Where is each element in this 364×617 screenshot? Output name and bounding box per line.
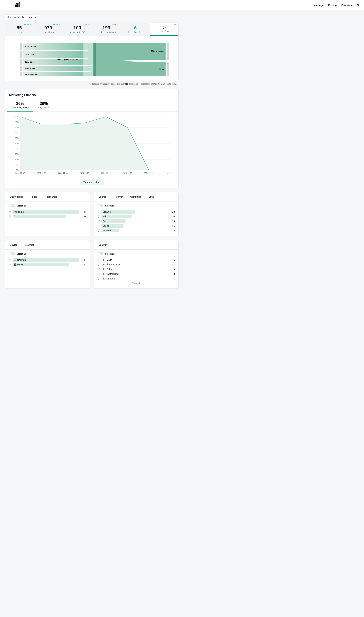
entry-row[interactable]: /welcome47 [9,210,86,214]
svg-text:demo.voidanalytics.com: demo.voidanalytics.com [57,58,78,60]
svg-text:25%: 25% [15,142,19,144]
device-tab-browser[interactable]: Browser [21,240,38,249]
metric-tab-bounce-rate-[interactable]: 0.0% —100bounce rate (%) [63,22,91,36]
svg-text:24%: Paid: 24%: Paid [25,53,34,56]
country-row[interactable]: Åland Islands4 [97,262,175,267]
nav-blog[interactable]: Bl [356,4,359,7]
source-tab-referrer[interactable]: Referrer [110,192,126,201]
funnels-title: Marketing Funnels [5,89,178,100]
funnel-tabs: 36%Customer journey39%Registration [5,100,178,112]
source-row[interactable]: Paid20 [97,214,175,219]
source-row[interactable]: Social15 [97,223,175,228]
device-row[interactable]: Mobile39 [9,262,86,267]
source-tab-campaign[interactable]: Campaign [127,192,145,201]
entry-tab-hostnames[interactable]: Hostnames [41,192,61,201]
row-value: 47 [81,210,86,213]
source-row[interactable]: Organic22 [97,210,175,214]
device-tab-device[interactable]: Device [6,240,21,249]
funnel-tab-pct: 39% [38,101,50,106]
svg-rect-58 [14,259,16,261]
svg-rect-19 [20,72,22,76]
source-tab-source[interactable]: Source [95,192,110,201]
row-value: 38 [81,215,86,218]
mobile-icon [14,263,16,266]
metric-tab-user-flow[interactable]: newuser flow [150,22,179,36]
metric-tab-live-visitors-feed[interactable]: 6live visitors feed [121,22,150,36]
row-value: 12 [170,229,175,232]
metric-value: 6 [123,25,148,31]
svg-text:45%: 45% [15,121,19,123]
metric-tab-sessions[interactable]: 44.1% 85sessions [5,22,33,36]
chevron-down-icon [35,17,36,18]
metric-label: sessions [7,31,32,33]
country-row[interactable]: Switzerland3 [97,272,175,276]
country-row[interactable]: Belarus3 [97,267,175,272]
metric-label: live visitors feed [123,31,148,33]
svg-rect-2 [17,4,18,7]
view-steps-button[interactable]: View steps chart [80,179,104,185]
svg-text:2024-11-13: 2024-11-13 [144,172,153,174]
metric-tab-session-duration-s-[interactable]: -9.9% 193session duration (s) [92,22,120,36]
nav-homepage[interactable]: Homepage [311,4,324,7]
metric-value: 85 [7,25,32,31]
metric-change: 44.1% [24,24,32,26]
source-row[interactable]: Direct16 [97,219,175,223]
funnel-tab-name: Registration [38,106,50,109]
country-tab-country[interactable]: Country [95,240,111,249]
row-label: Referral [103,229,111,232]
metric-tab-page-views[interactable]: 46.3% 979page views [34,22,62,36]
logo[interactable] [15,2,20,8]
row-value: 4 [170,263,175,266]
country-card: Country Select all Malta6Åland Islands4B… [94,240,179,289]
metric-change: -9.9% [111,24,119,26]
nav-pricing[interactable]: Pricing [328,4,337,7]
entry-tab-pages[interactable]: Pages [27,192,41,201]
country-row[interactable]: Gibraltar3 [97,276,175,281]
svg-text:0%: 0% [16,169,19,171]
row-value: 20 [170,215,175,218]
site-selector-value: demo.voidanalytics.com [8,16,32,19]
device-row[interactable]: Desktop46 [9,258,86,262]
svg-text:18%: Social: 18%: Social [25,67,35,69]
svg-text:2024-11-11: 2024-11-11 [101,172,110,174]
source-select-all-toggle[interactable] [97,204,104,207]
row-value: 16 [170,220,175,223]
metric-change: 46.3% [53,24,61,26]
country-select-all-toggle[interactable] [97,252,104,255]
row-value: 3 [170,268,175,271]
row-label: Switzerland [106,273,118,275]
entry-tab-entry-pages[interactable]: Entry pages [6,192,27,201]
flag-icon [103,259,105,261]
device-select-all-toggle[interactable] [9,252,15,255]
svg-rect-22 [93,43,96,76]
flag-icon [103,263,105,266]
svg-rect-0 [15,5,16,7]
device-card: DeviceBrowser Select all Desktop46Mobile… [5,240,90,289]
svg-text:2024-11-07: 2024-11-07 [15,172,25,174]
source-row[interactable]: Referral12 [97,228,175,233]
svg-text:35%: 35% [15,132,19,134]
source-tab-link[interactable]: Link [145,192,157,201]
timezone-note: * All results are displayed based on the… [5,83,179,85]
row-value: 46 [81,259,86,261]
nav-features[interactable]: Features [341,4,352,7]
site-selector[interactable]: demo.voidanalytics.com [5,14,39,20]
svg-rect-13 [20,59,22,65]
funnel-tab-customer-journey[interactable]: 36%Customer journey [7,100,33,112]
user-flow-icon [163,26,166,29]
entry-select-all-toggle[interactable] [9,204,15,207]
country-select-all-label: Select all [105,253,115,255]
row-label: Gibraltar [106,277,116,280]
funnels-card: Marketing Funnels 36%Customer journey39%… [5,89,179,188]
entry-row[interactable]: /38 [9,214,86,219]
svg-text:30%: 30% [15,137,19,139]
funnel-tab-name: Customer journey [12,106,29,109]
country-row[interactable]: Malta6 [97,258,175,262]
sankey-chart: 26%: Organic24%: Paid19%: Direct18%: Soc… [12,41,172,78]
row-label: Belarus [106,268,114,271]
row-value: 22 [170,210,175,213]
country-show-all[interactable]: Show all [97,281,175,285]
funnel-tab-registration[interactable]: 39%Registration [33,100,54,112]
metric-change: 0.0% — [83,24,90,26]
svg-text:2024-11-12: 2024-11-12 [123,172,132,174]
